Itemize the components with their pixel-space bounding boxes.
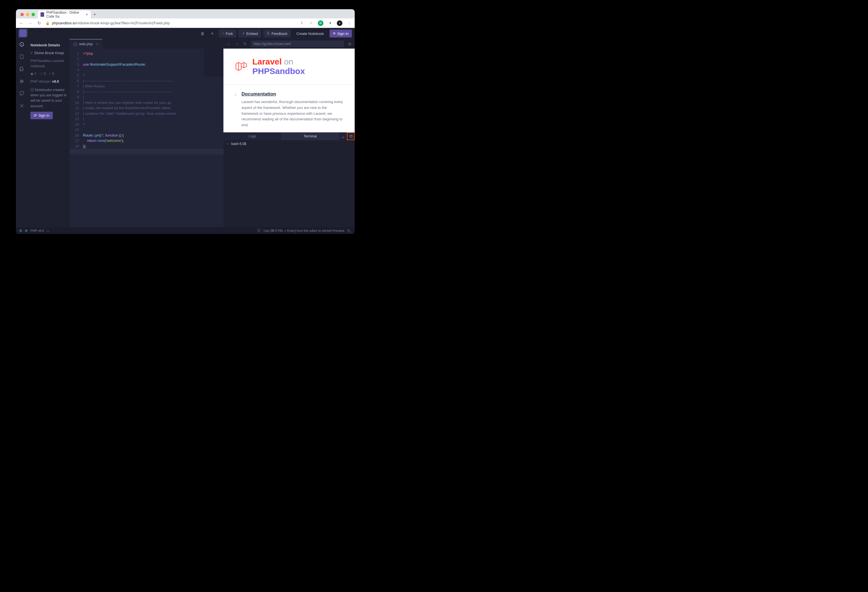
notebook-name: ⑂Divine Brook Kmqx [31, 51, 67, 55]
minimap[interactable] [204, 49, 223, 77]
eye-icon: ◉ [31, 72, 33, 76]
profile-icon[interactable]: ● [337, 21, 342, 26]
preview-hero: Laravel on PHPSandbox [223, 49, 355, 84]
editor-tab-name: web.php [79, 42, 93, 46]
info-icon[interactable] [19, 41, 25, 47]
file-icon: ▢ [74, 42, 77, 46]
forks-stat: ⑂0 [49, 72, 54, 76]
sidebar: Notebook Details ⑂Divine Brook Kmqx PHPS… [28, 39, 69, 227]
notebook-desc: PHPSandbox Laravel notebook. [31, 58, 67, 69]
terminal-body[interactable]: —bash-5.0$ [223, 140, 355, 227]
views-stat: ◉2 [31, 72, 36, 76]
sidebar-title: Notebook Details [31, 43, 67, 47]
terminal-dash-icon: — [226, 142, 230, 146]
signin-small-icon: ⟳ [34, 114, 37, 118]
create-notebook-button[interactable]: Create Notebook [293, 30, 327, 37]
minimize-window-icon[interactable] [26, 13, 30, 16]
logs-tab[interactable]: Logs [223, 132, 281, 140]
forward-icon[interactable]: → [28, 21, 32, 25]
preview-hero-text: Laravel on PHPSandbox [252, 57, 344, 76]
bookmark-icon[interactable]: ☆ [309, 21, 314, 26]
extensions-icon[interactable] [19, 66, 25, 72]
preview-forward-icon[interactable]: › [234, 41, 240, 46]
status-bar: ⊘ ⊘ PHP v8.0 ⌄ ⓘ Use [⌘/CTRL + Enter] fr… [16, 227, 355, 234]
gutter: 12345678910111213141516171819 [69, 49, 82, 227]
fork-icon: ⑂ [222, 31, 224, 35]
terminal-prompt: bash-5.0$ [231, 142, 246, 146]
book-icon [235, 91, 236, 99]
doc-link[interactable]: Documentation [242, 91, 344, 97]
maximize-window-icon[interactable] [31, 13, 35, 16]
close-file-icon[interactable]: × [96, 42, 98, 46]
sidebar-signin-button[interactable]: ⟳Sign In [31, 112, 53, 119]
preview-back-icon[interactable]: ‹ [226, 41, 231, 46]
doc-text: Laravel has wonderful, thorough document… [242, 99, 344, 128]
notebook-icon: ⑂ [31, 51, 32, 55]
svg-rect-3 [21, 55, 24, 59]
browser-tab[interactable]: PHPSandbox - Online Code Sa × [38, 10, 91, 18]
check-icon: ⊘ [19, 229, 22, 233]
close-tab-icon[interactable]: × [86, 12, 88, 17]
traffic-lights [19, 13, 38, 18]
terminal-tab[interactable]: Terminal [281, 132, 339, 140]
embed-button[interactable]: ↗Embed [239, 30, 261, 37]
lock-icon: 🔒 [46, 21, 50, 25]
browser-window: PHPSandbox - Online Code Sa × + ← → ↻ 🔒 … [16, 9, 355, 234]
install-icon[interactable]: ⇩ [299, 21, 304, 26]
embed-icon: ↗ [242, 31, 245, 35]
feedback-button[interactable]: ☰Feedback [263, 30, 291, 37]
app: 🗑 ☀ ⑂Fork ↗Embed ☰Feedback Create Notebo… [16, 28, 355, 234]
hint-info-icon: ⓘ [257, 229, 261, 233]
feedback-icon: ☰ [267, 31, 270, 35]
notebook-stats: ◉2 ♡0 ⑂0 [31, 72, 67, 76]
fork-button[interactable]: ⑂Fork [218, 30, 236, 37]
tools-icon[interactable] [19, 103, 25, 109]
chrome-tabbar: PHPSandbox - Online Code Sa × + [16, 9, 355, 18]
files-icon[interactable] [19, 54, 25, 60]
preview-url[interactable]: https://gy3ea.ciroue.com/ [251, 40, 344, 47]
code-area[interactable]: 12345678910111213141516171819 <?php use … [69, 49, 223, 227]
likes-stat: ♡0 [40, 72, 46, 76]
package-icon[interactable]: 🗑 [199, 30, 207, 37]
preview-doc-section: Documentation Laravel has wonderful, tho… [223, 84, 355, 132]
laravel-logo-icon [235, 59, 248, 74]
heart-icon: ♡ [40, 72, 43, 76]
editor-tabs: ▢ web.php × [69, 39, 223, 49]
tab-title: PHPSandbox - Online Code Sa [46, 10, 84, 18]
logo-icon[interactable] [19, 30, 27, 37]
back-icon[interactable]: ← [19, 21, 24, 25]
terminal-tabs: Logs Terminal ⌄ ⧉ [223, 132, 355, 140]
extensions-icon[interactable]: ✦ [327, 21, 333, 26]
terminal-collapse-icon[interactable]: ⌄ [339, 132, 347, 140]
signin-button[interactable]: ⟳Sign In [329, 30, 352, 37]
reload-icon[interactable]: ↻ [37, 21, 41, 26]
check2-icon: ⊘ [25, 229, 28, 233]
preview-content: Laravel on PHPSandbox Documentation Lara… [223, 49, 355, 132]
preview-reload-icon[interactable]: ↻ [242, 41, 248, 46]
github-icon[interactable] [19, 90, 25, 97]
editor-tab[interactable]: ▢ web.php × [69, 39, 102, 49]
code-lines[interactable]: <?php use Illuminate\Support\Facades\Rou… [82, 49, 176, 227]
close-window-icon[interactable] [21, 13, 24, 16]
favicon-icon [40, 12, 44, 17]
terminal-popout-icon[interactable]: ⧉ [347, 132, 355, 140]
fork-stat-icon: ⑂ [49, 72, 51, 76]
menu-icon[interactable]: ⋮ [346, 21, 352, 26]
new-tab-button[interactable]: + [91, 10, 99, 18]
status-php[interactable]: PHP v8.0 [31, 229, 44, 232]
info-small-icon: ⓘ [31, 88, 34, 92]
url-field[interactable]: 🔒 phpsandbox.io/n/divine-brook-kmqx-gy3e… [46, 21, 295, 25]
activity-rail [16, 39, 28, 227]
php-version: PHP Version: v8.0 [31, 80, 67, 84]
preview-pane: ‹ › ↻ https://gy3ea.ciroue.com/ ⧉ Larave… [223, 39, 355, 227]
editor: ▢ web.php × 1234567891011121314151617181… [69, 39, 223, 227]
chevron-down-icon[interactable]: ⌄ [47, 229, 49, 233]
open-external-icon[interactable]: ⧉ [347, 41, 353, 46]
grammarly-icon[interactable]: G [318, 21, 323, 26]
status-hint: Use [⌘/CTRL + Enter] from the editor to … [263, 229, 345, 233]
theme-icon[interactable]: ☀ [209, 30, 217, 37]
terminal-toggle-icon[interactable]: ⎘_ [348, 229, 351, 232]
settings-icon[interactable] [19, 78, 25, 84]
preview-toolbar: ‹ › ↻ https://gy3ea.ciroue.com/ ⧉ [223, 39, 355, 49]
terminal-panel: Logs Terminal ⌄ ⧉ —bash-5.0$ [223, 132, 355, 227]
